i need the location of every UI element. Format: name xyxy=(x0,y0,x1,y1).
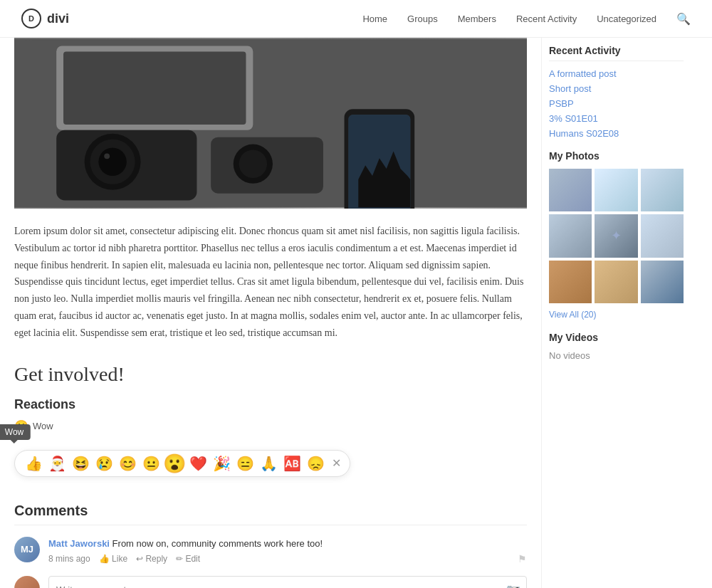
comment-input-row: 📷 xyxy=(14,576,527,588)
flag-icon[interactable]: ⚑ xyxy=(518,553,527,565)
photo-thumb-5[interactable] xyxy=(595,214,637,257)
emoji-btn-laugh[interactable]: 😆 xyxy=(70,455,91,472)
logo-circle: D xyxy=(21,9,41,28)
emoji-btn-wow[interactable]: 😮 xyxy=(162,452,189,474)
body-text: Lorem ipsum dolor sit amet, consectetur … xyxy=(14,223,527,342)
comment-item: MJ Matt Jaworski From now on, community … xyxy=(14,537,527,565)
photo-thumb-4[interactable] xyxy=(549,214,592,257)
hero-image xyxy=(14,38,527,209)
main-nav: Home Groups Members Recent Activity Unca… xyxy=(362,11,691,26)
nav-uncategorized[interactable]: Uncategorized xyxy=(597,14,656,24)
nav-recent-activity[interactable]: Recent Activity xyxy=(516,14,577,24)
edit-label: Edit xyxy=(185,554,200,564)
comment-author[interactable]: Matt Jaworski xyxy=(48,538,110,549)
sidebar: Recent Activity A formatted post Short p… xyxy=(541,38,698,588)
svg-rect-2 xyxy=(63,51,246,125)
comment-body: Matt Jaworski From now on, community com… xyxy=(48,537,527,565)
comment-avatar: MJ xyxy=(14,537,40,562)
comments-heading: Comments xyxy=(14,503,527,525)
header: D divi Home Groups Members Recent Activi… xyxy=(0,0,712,38)
comment-input-wrap: 📷 xyxy=(48,576,527,588)
photo-thumb-7[interactable] xyxy=(549,261,592,303)
emoji-btn-expressionless[interactable]: 😑 xyxy=(235,455,256,472)
comment-input-avatar xyxy=(14,576,40,588)
wow-tooltip-box: Wow xyxy=(0,424,31,440)
sidebar-post-5[interactable]: Humans S02E08 xyxy=(549,128,684,139)
photos-grid xyxy=(549,169,684,303)
sidebar-post-1[interactable]: A formatted post xyxy=(549,68,684,79)
svg-point-6 xyxy=(98,148,126,176)
view-all-photos-link[interactable]: View All (20) xyxy=(549,310,596,320)
emoji-btn-party[interactable]: 🎉 xyxy=(211,455,232,472)
videos-section-title: My Videos xyxy=(549,332,684,343)
emoji-picker-row: 👍 🎅 😆 😢 😊 😐 😮 ❤️ 🎉 😑 🙏 🆎 😞 ✕ xyxy=(14,450,350,477)
photos-section-title: My Photos xyxy=(549,150,684,162)
sidebar-post-4[interactable]: 3% S01E01 xyxy=(549,113,684,124)
emoji-btn-neutral[interactable]: 😐 xyxy=(141,455,162,472)
sidebar-post-2[interactable]: Short post xyxy=(549,83,684,94)
like-label: Like xyxy=(112,554,127,564)
emoji-close-button[interactable]: ✕ xyxy=(332,456,341,470)
get-involved-heading: Get involved! xyxy=(14,363,527,386)
comment-message: From now on, community comments work her… xyxy=(112,538,323,549)
hero-image-inner xyxy=(14,38,527,209)
svg-point-10 xyxy=(239,149,267,177)
emoji-btn-pray[interactable]: 🙏 xyxy=(258,455,279,472)
reactions-heading: Reactions xyxy=(14,397,527,412)
page-layout: Lorem ipsum dolor sit amet, consectetur … xyxy=(0,38,712,588)
emoji-btn-disappointed[interactable]: 😞 xyxy=(305,455,326,472)
edit-icon: ✏ xyxy=(176,554,183,564)
photo-thumb-9[interactable] xyxy=(641,261,684,303)
nav-members[interactable]: Members xyxy=(458,14,496,24)
reaction-summary: 😮 Wow xyxy=(14,419,527,433)
hero-svg xyxy=(14,38,527,209)
emoji-btn-cry[interactable]: 😢 xyxy=(94,455,115,472)
photo-thumb-8[interactable] xyxy=(595,261,637,303)
logo-name: divi xyxy=(47,11,69,26)
nav-home[interactable]: Home xyxy=(362,14,387,24)
camera-icon[interactable]: 📷 xyxy=(506,583,520,588)
search-icon[interactable]: 🔍 xyxy=(676,11,691,26)
comment-text: Matt Jaworski From now on, community com… xyxy=(48,537,527,551)
comment-flag: ⚑ xyxy=(518,553,527,565)
like-icon: 👍 xyxy=(99,554,110,564)
sidebar-post-3[interactable]: PSBP xyxy=(549,98,684,109)
no-videos-text: No videos xyxy=(549,350,684,361)
photo-thumb-2[interactable] xyxy=(595,169,637,211)
reply-label: Reply xyxy=(145,554,167,564)
nav-groups[interactable]: Groups xyxy=(407,14,438,24)
main-content: Lorem ipsum dolor sit amet, consectetur … xyxy=(0,38,541,588)
emoji-btn-ab[interactable]: 🆎 xyxy=(282,455,303,472)
reaction-label: Wow xyxy=(33,421,53,431)
reply-icon: ↩ xyxy=(136,554,143,564)
emoji-btn-heart[interactable]: ❤️ xyxy=(188,455,209,472)
comment-meta: 8 mins ago 👍 Like ↩ Reply ✏ Edit ⚑ xyxy=(48,553,527,565)
emoji-picker-container: Wow 👍 🎅 😆 😢 😊 😐 😮 ❤️ 🎉 😑 🙏 🆎 😞 ✕ xyxy=(14,439,350,498)
recent-activity-title: Recent Activity xyxy=(549,45,684,61)
emoji-btn-like[interactable]: 👍 xyxy=(23,455,44,472)
photo-thumb-1[interactable] xyxy=(549,169,592,211)
comment-reply-link[interactable]: ↩ Reply xyxy=(136,554,167,564)
emoji-btn-santa[interactable]: 🎅 xyxy=(47,455,68,472)
comment-like-link[interactable]: 👍 Like xyxy=(99,554,127,564)
photo-thumb-3[interactable] xyxy=(641,169,684,211)
emoji-btn-smile[interactable]: 😊 xyxy=(117,455,138,472)
logo[interactable]: D divi xyxy=(21,9,69,28)
comment-time: 8 mins ago xyxy=(48,554,90,564)
logo-letter: D xyxy=(28,14,34,23)
comment-input[interactable] xyxy=(49,577,526,588)
photo-thumb-6[interactable] xyxy=(641,214,684,257)
svg-point-7 xyxy=(104,153,110,159)
comment-edit-link[interactable]: ✏ Edit xyxy=(176,554,200,564)
